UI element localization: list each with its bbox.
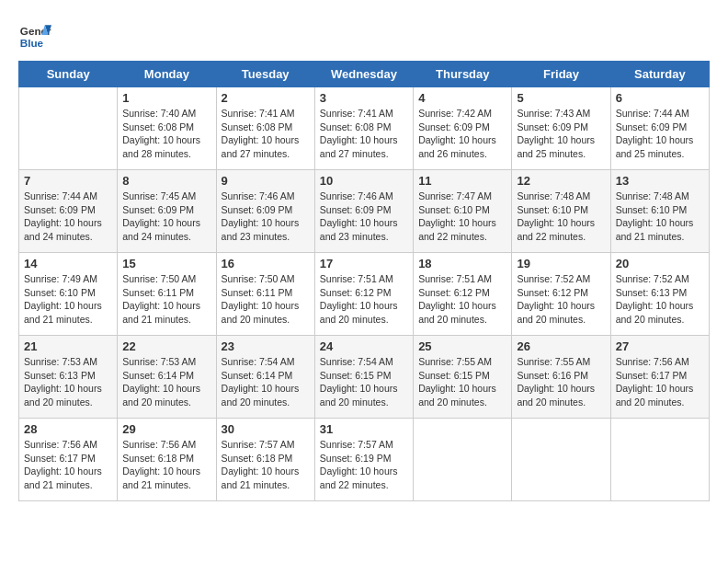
calendar-cell: 17Sunrise: 7:51 AM Sunset: 6:12 PM Dayli… — [314, 253, 413, 336]
day-number: 19 — [517, 257, 605, 270]
calendar-cell: 4Sunrise: 7:42 AM Sunset: 6:09 PM Daylig… — [414, 87, 512, 170]
day-number: 17 — [320, 257, 408, 270]
cell-info: Sunrise: 7:56 AM Sunset: 6:17 PM Dayligh… — [24, 438, 112, 492]
day-number: 31 — [320, 422, 408, 436]
calendar-cell: 16Sunrise: 7:50 AM Sunset: 6:11 PM Dayli… — [216, 253, 314, 336]
calendar-table: SundayMondayTuesdayWednesdayThursdayFrid… — [18, 61, 710, 501]
day-number: 25 — [418, 339, 506, 353]
calendar-week-row: 28Sunrise: 7:56 AM Sunset: 6:17 PM Dayli… — [19, 419, 710, 501]
calendar-cell: 20Sunrise: 7:52 AM Sunset: 6:13 PM Dayli… — [610, 253, 709, 336]
calendar-cell — [414, 419, 512, 501]
calendar-cell: 31Sunrise: 7:57 AM Sunset: 6:19 PM Dayli… — [314, 419, 413, 501]
cell-info: Sunrise: 7:44 AM Sunset: 6:09 PM Dayligh… — [24, 190, 112, 244]
calendar-cell: 21Sunrise: 7:53 AM Sunset: 6:13 PM Dayli… — [19, 336, 118, 419]
calendar-cell: 29Sunrise: 7:56 AM Sunset: 6:18 PM Dayli… — [118, 419, 216, 501]
calendar-week-row: 7Sunrise: 7:44 AM Sunset: 6:09 PM Daylig… — [19, 170, 710, 253]
day-number: 29 — [122, 422, 210, 436]
day-number: 26 — [517, 339, 605, 353]
calendar-cell: 28Sunrise: 7:56 AM Sunset: 6:17 PM Dayli… — [19, 419, 118, 501]
day-number: 8 — [122, 174, 210, 188]
day-number: 14 — [24, 257, 112, 270]
calendar-cell: 15Sunrise: 7:50 AM Sunset: 6:11 PM Dayli… — [118, 253, 216, 336]
calendar-header-row: SundayMondayTuesdayWednesdayThursdayFrid… — [19, 62, 710, 87]
day-number: 10 — [320, 174, 408, 188]
day-number: 21 — [24, 339, 112, 353]
calendar-body: 1Sunrise: 7:40 AM Sunset: 6:08 PM Daylig… — [19, 87, 710, 501]
calendar-cell: 9Sunrise: 7:46 AM Sunset: 6:09 PM Daylig… — [216, 170, 314, 253]
calendar-cell: 2Sunrise: 7:41 AM Sunset: 6:08 PM Daylig… — [216, 87, 314, 170]
day-header: Sunday — [19, 62, 118, 87]
day-number: 2 — [222, 91, 310, 105]
calendar-cell: 22Sunrise: 7:53 AM Sunset: 6:14 PM Dayli… — [118, 336, 216, 419]
calendar-cell: 8Sunrise: 7:45 AM Sunset: 6:09 PM Daylig… — [118, 170, 216, 253]
calendar-cell: 10Sunrise: 7:46 AM Sunset: 6:09 PM Dayli… — [314, 170, 413, 253]
calendar-cell: 27Sunrise: 7:56 AM Sunset: 6:17 PM Dayli… — [610, 336, 709, 419]
calendar-cell: 7Sunrise: 7:44 AM Sunset: 6:09 PM Daylig… — [19, 170, 118, 253]
cell-info: Sunrise: 7:54 AM Sunset: 6:14 PM Dayligh… — [222, 355, 310, 409]
cell-info: Sunrise: 7:49 AM Sunset: 6:10 PM Dayligh… — [24, 272, 112, 327]
calendar-cell: 12Sunrise: 7:48 AM Sunset: 6:10 PM Dayli… — [512, 170, 610, 253]
day-number: 3 — [320, 91, 408, 105]
day-header: Tuesday — [216, 62, 314, 87]
cell-info: Sunrise: 7:50 AM Sunset: 6:11 PM Dayligh… — [222, 272, 310, 327]
calendar-cell: 24Sunrise: 7:54 AM Sunset: 6:15 PM Dayli… — [314, 336, 413, 419]
cell-info: Sunrise: 7:56 AM Sunset: 6:18 PM Dayligh… — [122, 438, 210, 492]
cell-info: Sunrise: 7:56 AM Sunset: 6:17 PM Dayligh… — [616, 355, 704, 409]
calendar-cell: 6Sunrise: 7:44 AM Sunset: 6:09 PM Daylig… — [610, 87, 709, 170]
day-number: 6 — [616, 91, 704, 105]
cell-info: Sunrise: 7:47 AM Sunset: 6:10 PM Dayligh… — [418, 190, 506, 244]
calendar-cell — [610, 419, 709, 501]
cell-info: Sunrise: 7:46 AM Sunset: 6:09 PM Dayligh… — [320, 190, 408, 244]
day-number: 13 — [616, 174, 704, 188]
cell-info: Sunrise: 7:54 AM Sunset: 6:15 PM Dayligh… — [320, 355, 408, 409]
calendar-cell: 11Sunrise: 7:47 AM Sunset: 6:10 PM Dayli… — [414, 170, 512, 253]
calendar-cell: 13Sunrise: 7:48 AM Sunset: 6:10 PM Dayli… — [610, 170, 709, 253]
day-number: 4 — [418, 91, 506, 105]
day-number: 7 — [24, 174, 112, 188]
day-number: 5 — [517, 91, 605, 105]
calendar-cell: 26Sunrise: 7:55 AM Sunset: 6:16 PM Dayli… — [512, 336, 610, 419]
cell-info: Sunrise: 7:57 AM Sunset: 6:18 PM Dayligh… — [222, 438, 310, 492]
cell-info: Sunrise: 7:40 AM Sunset: 6:08 PM Dayligh… — [122, 107, 210, 161]
cell-info: Sunrise: 7:46 AM Sunset: 6:09 PM Dayligh… — [222, 190, 310, 244]
cell-info: Sunrise: 7:42 AM Sunset: 6:09 PM Dayligh… — [418, 107, 506, 161]
cell-info: Sunrise: 7:52 AM Sunset: 6:12 PM Dayligh… — [517, 272, 605, 327]
cell-info: Sunrise: 7:55 AM Sunset: 6:16 PM Dayligh… — [517, 355, 605, 409]
calendar-cell: 30Sunrise: 7:57 AM Sunset: 6:18 PM Dayli… — [216, 419, 314, 501]
cell-info: Sunrise: 7:52 AM Sunset: 6:13 PM Dayligh… — [616, 272, 704, 327]
calendar-cell: 14Sunrise: 7:49 AM Sunset: 6:10 PM Dayli… — [19, 253, 118, 336]
cell-info: Sunrise: 7:43 AM Sunset: 6:09 PM Dayligh… — [517, 107, 605, 161]
calendar-cell: 19Sunrise: 7:52 AM Sunset: 6:12 PM Dayli… — [512, 253, 610, 336]
cell-info: Sunrise: 7:57 AM Sunset: 6:19 PM Dayligh… — [320, 438, 408, 492]
calendar-cell: 18Sunrise: 7:51 AM Sunset: 6:12 PM Dayli… — [414, 253, 512, 336]
day-header: Saturday — [610, 62, 709, 87]
cell-info: Sunrise: 7:48 AM Sunset: 6:10 PM Dayligh… — [616, 190, 704, 244]
day-header: Wednesday — [314, 62, 413, 87]
cell-info: Sunrise: 7:51 AM Sunset: 6:12 PM Dayligh… — [418, 272, 506, 327]
calendar-cell: 5Sunrise: 7:43 AM Sunset: 6:09 PM Daylig… — [512, 87, 610, 170]
day-header: Thursday — [414, 62, 512, 87]
day-number: 27 — [616, 339, 704, 353]
svg-text:Blue: Blue — [20, 37, 44, 49]
day-number: 11 — [418, 174, 506, 188]
calendar-cell: 25Sunrise: 7:55 AM Sunset: 6:15 PM Dayli… — [414, 336, 512, 419]
day-number: 15 — [122, 257, 210, 270]
day-number: 24 — [320, 339, 408, 353]
calendar-cell: 3Sunrise: 7:41 AM Sunset: 6:08 PM Daylig… — [314, 87, 413, 170]
day-header: Friday — [512, 62, 610, 87]
day-number: 22 — [122, 339, 210, 353]
calendar-cell: 1Sunrise: 7:40 AM Sunset: 6:08 PM Daylig… — [118, 87, 216, 170]
cell-info: Sunrise: 7:41 AM Sunset: 6:08 PM Dayligh… — [320, 107, 408, 161]
cell-info: Sunrise: 7:55 AM Sunset: 6:15 PM Dayligh… — [418, 355, 506, 409]
day-number: 16 — [222, 257, 310, 270]
cell-info: Sunrise: 7:53 AM Sunset: 6:13 PM Dayligh… — [24, 355, 112, 409]
day-number: 1 — [122, 91, 210, 105]
day-number: 23 — [222, 339, 310, 353]
cell-info: Sunrise: 7:53 AM Sunset: 6:14 PM Dayligh… — [122, 355, 210, 409]
cell-info: Sunrise: 7:41 AM Sunset: 6:08 PM Dayligh… — [222, 107, 310, 161]
day-number: 9 — [222, 174, 310, 188]
calendar-week-row: 21Sunrise: 7:53 AM Sunset: 6:13 PM Dayli… — [19, 336, 710, 419]
logo: General Blue — [18, 18, 51, 52]
day-number: 30 — [222, 422, 310, 436]
calendar-cell: 23Sunrise: 7:54 AM Sunset: 6:14 PM Dayli… — [216, 336, 314, 419]
